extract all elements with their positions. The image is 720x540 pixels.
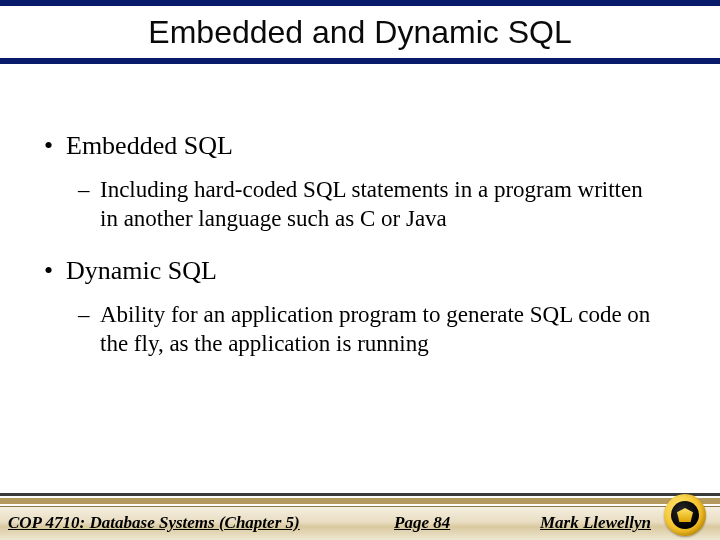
bullet-dynamic-sql: Dynamic SQL (38, 255, 690, 288)
footer-divider-tan (0, 498, 720, 504)
bullet-label: Dynamic SQL (66, 256, 217, 285)
footer-author: Mark Llewellyn (540, 513, 651, 533)
footer-bar: COP 4710: Database Systems (Chapter 5) P… (0, 506, 720, 540)
subbullet-embedded-sql: Including hard-coded SQL statements in a… (78, 175, 658, 234)
footer-course: COP 4710: Database Systems (Chapter 5) (8, 513, 300, 533)
slide: Embedded and Dynamic SQL Embedded SQL In… (0, 0, 720, 540)
bullet-embedded-sql: Embedded SQL (38, 130, 690, 163)
top-accent-bar (0, 0, 720, 6)
bullet-label: Embedded SQL (66, 131, 233, 160)
subbullet-dynamic-sql: Ability for an application program to ge… (78, 300, 658, 359)
slide-content: Embedded SQL Including hard-coded SQL st… (38, 130, 690, 381)
ucf-logo-icon (664, 494, 706, 536)
footer-divider-dark (0, 493, 720, 496)
slide-title: Embedded and Dynamic SQL (0, 14, 720, 51)
title-underline (0, 58, 720, 64)
footer-page: Page 84 (394, 513, 450, 533)
footer: COP 4710: Database Systems (Chapter 5) P… (0, 490, 720, 540)
subbullet-text: Ability for an application program to ge… (100, 302, 650, 356)
subbullet-text: Including hard-coded SQL statements in a… (100, 177, 643, 231)
